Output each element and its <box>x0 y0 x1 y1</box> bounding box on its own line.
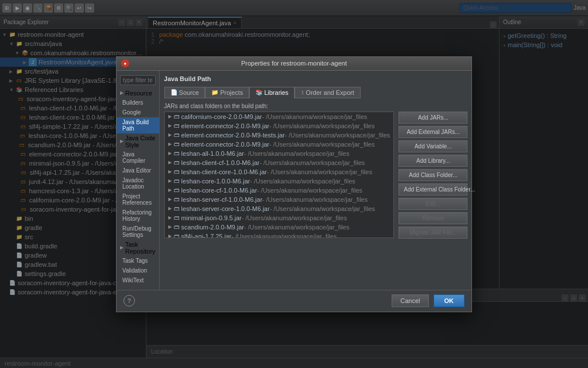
nav-section-resource[interactable]: ▶ Resource <box>117 89 159 98</box>
nav-item-java-editor[interactable]: Java Editor <box>117 166 159 175</box>
side-btn-4[interactable]: Add Class Folder... <box>399 169 467 181</box>
nav-item-java-build-path[interactable]: Java Build Path <box>117 117 159 133</box>
modal-close-btn[interactable]: ● <box>121 59 129 67</box>
jar-item-icon-1: 🗃 <box>174 122 180 129</box>
side-btn-8: Migrate JAR File... <box>399 227 467 239</box>
nav-item-validation[interactable]: Validation <box>117 266 159 275</box>
jar-item-path-3: - /Users/akanuma/workspace/jar_files <box>269 141 374 148</box>
side-btn-2[interactable]: Add Variable... <box>399 140 467 152</box>
modal-nav: ▶ Resource Builders Google Java Build Pa… <box>117 71 160 290</box>
nav-label-code-style: Java Code Style <box>125 135 156 148</box>
jar-item-arrow-5: ▶ <box>168 160 172 165</box>
libraries-tab-label: Libraries <box>264 89 288 96</box>
jar-item-path-10: - /Users/akanuma/workspace/jar_files <box>270 205 375 212</box>
side-btn-3[interactable]: Add Library... <box>399 155 467 167</box>
nav-item-builders[interactable]: Builders <box>117 98 159 108</box>
jar-item-11[interactable]: ▶🗃minimal-json-0.9.5.jar - /Users/akanum… <box>165 213 394 223</box>
nav-item-javadoc-location[interactable]: Javadoc Location <box>117 175 159 191</box>
jar-item-name-1: element-connector-2.0.0-M9.jar <box>181 122 269 129</box>
nav-item-refactoring-history[interactable]: Refactoring History <box>117 208 159 224</box>
jar-item-5[interactable]: ▶🗃leshan-client-cf-1.0.0-M6.jar - /Users… <box>165 158 394 167</box>
jar-item-arrow-12: ▶ <box>168 224 172 229</box>
nav-item-java-compiler[interactable]: Java Compiler <box>117 150 159 166</box>
modal-content: Java Build Path 📄 Source 📁 Projects 📚 Li… <box>160 71 473 290</box>
side-btn-5[interactable]: Add External Class Folder... <box>399 183 467 195</box>
jar-item-path-7: - /Users/akanuma/workspace/jar_files <box>250 178 355 185</box>
nav-item-project-references[interactable]: Project References <box>117 191 159 208</box>
jar-item-13[interactable]: ▶🗃slf4j-api-1.7.25.jar - /Users/akanuma/… <box>165 232 394 238</box>
side-btn-0[interactable]: Add JARs... <box>399 112 467 124</box>
jar-item-3[interactable]: ▶🗃element-connector-2.0.0-M9.jar - /User… <box>165 140 394 149</box>
nav-item-wikitext[interactable]: WikiText <box>117 275 159 285</box>
ok-button[interactable]: OK <box>434 294 465 307</box>
cancel-button[interactable]: Cancel <box>392 294 428 307</box>
jar-item-icon-7: 🗃 <box>174 178 180 184</box>
jar-item-arrow-9: ▶ <box>168 197 172 202</box>
jar-item-arrow-11: ▶ <box>168 215 172 220</box>
jar-item-name-5: leshan-client-cf-1.0.0-M6.jar <box>181 159 260 166</box>
jar-item-arrow-8: ▶ <box>168 187 172 193</box>
jar-item-name-13: slf4j-api-1.7.25.jar <box>181 233 231 238</box>
jar-item-path-4: - /Users/akanuma/workspace/jar_files <box>244 150 349 157</box>
side-buttons: Add JARs...Add External JARs...Add Varia… <box>399 112 467 285</box>
jar-item-path-13: - /Users/akanuma/workspace/jar_files <box>231 233 336 238</box>
jar-item-name-12: scandium-2.0.0-M9.jar <box>181 224 244 231</box>
jar-item-path-12: - /Users/akanuma/workspace/jar_files <box>244 224 349 231</box>
jar-item-8[interactable]: ▶🗃leshan-core-cf-1.0.0-M6.jar - /Users/a… <box>165 186 394 195</box>
jar-item-10[interactable]: ▶🗃leshan-server-core-1.0.0-M6.jar - /Use… <box>165 204 394 213</box>
jar-item-arrow-13: ▶ <box>168 233 172 238</box>
jar-item-7[interactable]: ▶🗃leshan-core-1.0.0-M6.jar - /Users/akan… <box>165 177 394 186</box>
jar-item-name-6: leshan-client-core-1.0.0-M6.jar <box>181 168 267 175</box>
modal-tab-libraries[interactable]: 📚 Libraries <box>249 87 295 98</box>
side-btn-1[interactable]: Add External JARs... <box>399 126 467 138</box>
jar-item-9[interactable]: ▶🗃leshan-server-cf-1.0.0-M6.jar - /Users… <box>165 195 394 204</box>
jar-item-arrow-1: ▶ <box>168 123 172 128</box>
jar-item-arrow-7: ▶ <box>168 178 172 183</box>
jar-item-name-11: minimal-json-0.9.5.jar <box>181 214 242 221</box>
jar-item-0[interactable]: ▶🗃californium-core-2.0.0-M9.jar - /Users… <box>165 112 394 121</box>
nav-section-task-repo[interactable]: ▶ Task Repository <box>117 240 159 256</box>
modal-footer: ? Cancel OK <box>117 290 471 312</box>
nav-item-google[interactable]: Google <box>117 108 159 117</box>
nav-item-run-debug[interactable]: Run/Debug Settings <box>117 224 159 240</box>
jar-item-path-5: - /Users/akanuma/workspace/jar_files <box>260 159 365 166</box>
nav-item-task-tags[interactable]: Task Tags <box>117 256 159 266</box>
jar-item-6[interactable]: ▶🗃leshan-client-core-1.0.0-M6.jar - /Use… <box>165 167 394 177</box>
order-tab-label: Order and Export <box>305 89 354 96</box>
nav-filter-input[interactable] <box>120 75 156 85</box>
jar-item-icon-3: 🗃 <box>174 141 180 147</box>
jar-item-icon-4: 🗃 <box>174 150 180 156</box>
modal-tab-source[interactable]: 📄 Source <box>164 87 206 98</box>
jar-item-2[interactable]: ▶🗃element-connector-2.0.0-M9-tests.jar -… <box>165 131 394 140</box>
modal-tab-projects[interactable]: 📁 Projects <box>205 87 249 98</box>
jar-item-1[interactable]: ▶🗃element-connector-2.0.0-M9.jar - /User… <box>165 121 394 131</box>
jar-item-icon-10: 🗃 <box>174 205 180 212</box>
jar-item-icon-11: 🗃 <box>174 214 180 221</box>
jar-item-path-0: - /Users/akanuma/workspace/jar_files <box>262 113 367 120</box>
jar-item-icon-5: 🗃 <box>174 159 180 166</box>
jar-item-path-2: - /Users/akanuma/workspace/jar_files <box>285 132 390 139</box>
jar-item-name-2: element-connector-2.0.0-M9-tests.jar <box>181 132 285 139</box>
help-button[interactable]: ? <box>123 295 135 306</box>
modal-tab-order[interactable]: ↕ Order and Export <box>295 87 360 98</box>
jar-item-name-0: californium-core-2.0.0-M9.jar <box>181 113 262 120</box>
order-tab-icon: ↕ <box>301 89 304 95</box>
source-tab-icon: 📄 <box>171 89 177 95</box>
jar-item-icon-8: 🗃 <box>174 187 180 193</box>
jar-item-4[interactable]: ▶🗃leshan-all-1.0.0-M6.jar - /Users/akanu… <box>165 149 394 158</box>
jar-item-path-9: - /Users/akanuma/workspace/jar_files <box>262 196 368 203</box>
jar-item-name-4: leshan-all-1.0.0-M6.jar <box>181 150 244 157</box>
projects-tab-icon: 📁 <box>211 89 218 95</box>
nav-section-code-style[interactable]: ▶ Java Code Style <box>117 133 159 150</box>
side-btn-6: Edit... <box>399 198 467 210</box>
source-tab-label: Source <box>179 89 199 96</box>
jar-list: ▶🗃californium-core-2.0.0-M9.jar - /Users… <box>164 112 394 238</box>
footer-buttons: Cancel OK <box>392 294 465 307</box>
jar-item-arrow-2: ▶ <box>168 132 172 137</box>
jar-item-12[interactable]: ▶🗃scandium-2.0.0-M9.jar - /Users/akanuma… <box>165 223 394 232</box>
jar-item-name-10: leshan-server-core-1.0.0-M6.jar <box>181 205 270 212</box>
nav-item-resource: Resource <box>125 90 152 97</box>
nav-arrow-resource: ▶ <box>120 90 123 95</box>
jar-item-name-9: leshan-server-cf-1.0.0-M6.jar <box>181 196 262 203</box>
nav-arrow-task-repo: ▶ <box>120 245 123 250</box>
